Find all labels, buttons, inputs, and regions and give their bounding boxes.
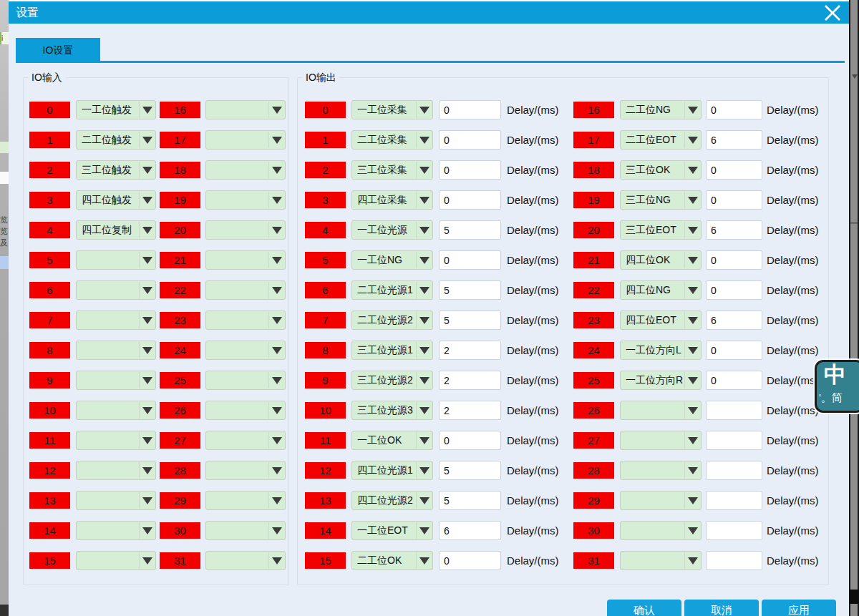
ime-indicator[interactable]: 中 '。简 bbox=[815, 360, 859, 413]
delay-input[interactable] bbox=[706, 341, 762, 360]
io-output-select[interactable]: 四工位光源2 bbox=[351, 491, 433, 510]
io-output-select[interactable]: 一工位EOT bbox=[351, 521, 433, 540]
delay-input[interactable] bbox=[439, 461, 501, 480]
io-output-select[interactable]: 四工位OK bbox=[620, 250, 702, 270]
io-output-select[interactable] bbox=[620, 521, 702, 540]
io-input-select[interactable]: 二工位触发 bbox=[76, 130, 156, 150]
io-output-select[interactable]: 三工位采集 bbox=[351, 160, 433, 180]
io-output-select[interactable]: 四工位NG bbox=[620, 280, 702, 300]
io-input-select[interactable]: 四工位复制 bbox=[76, 220, 156, 240]
delay-input[interactable] bbox=[706, 551, 762, 570]
delay-input[interactable] bbox=[439, 371, 501, 390]
delay-input[interactable] bbox=[439, 341, 501, 360]
io-output-select[interactable]: 三工位OK bbox=[620, 160, 702, 180]
io-input-select[interactable]: 四工位触发 bbox=[76, 190, 156, 210]
io-input-select[interactable] bbox=[76, 401, 156, 420]
io-output-select[interactable] bbox=[620, 491, 702, 510]
io-input-select[interactable] bbox=[76, 521, 156, 540]
io-output-select[interactable] bbox=[620, 461, 702, 480]
dialog-titlebar[interactable]: 设置 bbox=[9, 1, 849, 24]
delay-input[interactable] bbox=[439, 311, 501, 330]
delay-input[interactable] bbox=[706, 311, 762, 330]
io-input-select[interactable]: 一工位触发 bbox=[76, 100, 156, 119]
delay-input[interactable] bbox=[439, 190, 501, 210]
io-input-select[interactable] bbox=[76, 491, 156, 510]
delay-input[interactable] bbox=[706, 160, 762, 180]
io-output-select[interactable]: 三工位光源2 bbox=[351, 371, 433, 390]
io-output-select[interactable]: 四工位EOT bbox=[620, 311, 702, 330]
io-output-select[interactable]: 三工位EOT bbox=[620, 220, 702, 240]
io-input-select[interactable] bbox=[205, 160, 286, 180]
io-input-select[interactable] bbox=[205, 521, 286, 540]
io-input-select[interactable]: 三工位触发 bbox=[76, 160, 156, 180]
io-output-select[interactable]: 一工位采集 bbox=[351, 100, 433, 119]
delay-input[interactable] bbox=[706, 100, 762, 119]
delay-input[interactable] bbox=[706, 491, 762, 510]
io-input-select[interactable] bbox=[205, 130, 286, 150]
io-input-select[interactable] bbox=[205, 461, 286, 480]
delay-input[interactable] bbox=[439, 551, 501, 570]
delay-input[interactable] bbox=[706, 190, 762, 210]
tab-io-settings[interactable]: IO设置 bbox=[16, 38, 100, 63]
delay-input[interactable] bbox=[706, 220, 762, 240]
io-input-select[interactable] bbox=[76, 250, 156, 270]
apply-button[interactable]: 应用 bbox=[762, 600, 836, 616]
delay-input[interactable] bbox=[706, 461, 762, 480]
io-input-select[interactable] bbox=[205, 551, 286, 570]
delay-input[interactable] bbox=[439, 491, 501, 510]
io-input-select[interactable] bbox=[76, 280, 156, 300]
io-output-select[interactable]: 一工位方向R bbox=[620, 371, 702, 390]
io-input-select[interactable] bbox=[205, 371, 286, 390]
delay-input[interactable] bbox=[439, 100, 501, 119]
io-output-select[interactable]: 一工位OK bbox=[351, 431, 433, 450]
io-output-select[interactable] bbox=[620, 401, 702, 420]
io-output-select[interactable] bbox=[620, 551, 702, 570]
delay-input[interactable] bbox=[439, 250, 501, 270]
delay-input[interactable] bbox=[439, 280, 501, 300]
io-output-select[interactable]: 二工位OK bbox=[351, 551, 433, 570]
delay-input[interactable] bbox=[706, 250, 762, 270]
delay-input[interactable] bbox=[439, 220, 501, 240]
io-output-select[interactable]: 一工位NG bbox=[351, 250, 433, 270]
io-output-select[interactable]: 三工位光源3 bbox=[351, 401, 433, 420]
io-output-select[interactable]: 三工位光源1 bbox=[351, 341, 433, 360]
io-input-select[interactable] bbox=[205, 431, 286, 450]
io-input-select[interactable] bbox=[205, 220, 286, 240]
delay-input[interactable] bbox=[439, 160, 501, 180]
delay-input[interactable] bbox=[706, 371, 762, 390]
delay-input[interactable] bbox=[439, 521, 501, 540]
delay-input[interactable] bbox=[706, 401, 762, 420]
io-output-select[interactable]: 四工位采集 bbox=[351, 190, 433, 210]
app-scrollbar[interactable] bbox=[850, 0, 858, 616]
io-input-select[interactable] bbox=[205, 311, 286, 330]
delay-input[interactable] bbox=[706, 431, 762, 450]
cancel-button[interactable]: 取消 bbox=[684, 600, 759, 616]
io-output-select[interactable]: 二工位光源2 bbox=[351, 311, 433, 330]
delay-input[interactable] bbox=[706, 521, 762, 540]
io-input-select[interactable] bbox=[205, 491, 286, 510]
io-output-select[interactable]: 一工位光源 bbox=[351, 220, 433, 240]
delay-input[interactable] bbox=[439, 130, 501, 150]
io-input-select[interactable] bbox=[76, 311, 156, 330]
io-output-select[interactable] bbox=[620, 431, 702, 450]
io-input-select[interactable] bbox=[205, 401, 286, 420]
io-output-select[interactable]: 二工位光源1 bbox=[351, 280, 433, 300]
delay-input[interactable] bbox=[706, 130, 762, 150]
io-input-select[interactable] bbox=[205, 341, 286, 360]
io-input-select[interactable] bbox=[76, 431, 156, 450]
io-output-select[interactable]: 二工位采集 bbox=[351, 130, 433, 150]
io-input-select[interactable] bbox=[205, 190, 286, 210]
io-output-select[interactable]: 三工位NG bbox=[620, 190, 702, 210]
io-input-select[interactable] bbox=[76, 341, 156, 360]
io-input-select[interactable] bbox=[76, 551, 156, 570]
io-input-select[interactable] bbox=[76, 371, 156, 390]
delay-input[interactable] bbox=[706, 280, 762, 300]
io-input-select[interactable] bbox=[205, 100, 286, 119]
io-input-select[interactable] bbox=[205, 280, 286, 300]
io-input-select[interactable] bbox=[205, 250, 286, 270]
close-button[interactable] bbox=[820, 3, 845, 23]
io-output-select[interactable]: 二工位EOT bbox=[620, 130, 702, 150]
delay-input[interactable] bbox=[439, 401, 501, 420]
io-output-select[interactable]: 四工位光源1 bbox=[351, 461, 433, 480]
io-output-select[interactable]: 二工位NG bbox=[620, 100, 702, 119]
